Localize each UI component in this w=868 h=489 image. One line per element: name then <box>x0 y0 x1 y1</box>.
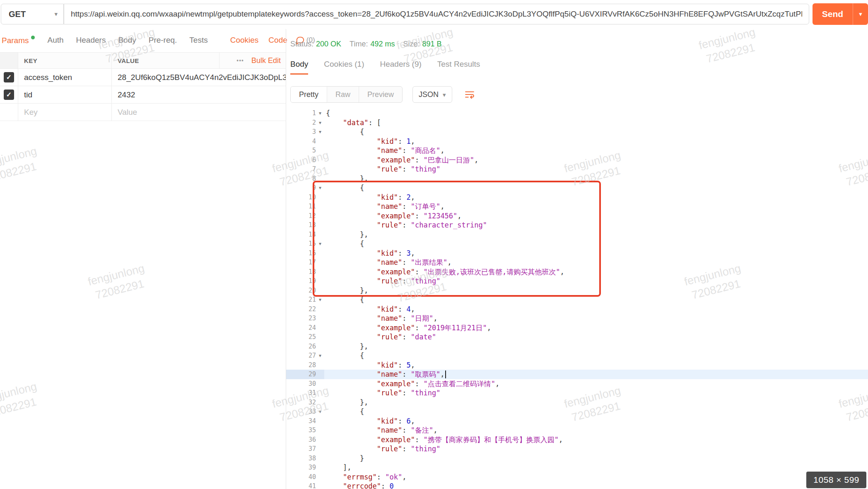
code-line[interactable]: 7 "rule": "thing" <box>286 165 868 174</box>
param-value-placeholder[interactable]: Value <box>112 104 286 121</box>
code-line[interactable]: 41 "errcode": 0 <box>286 482 868 489</box>
code-line[interactable]: 31 "rule": "thing" <box>286 388 868 398</box>
code-text[interactable]: "example": "123456", <box>324 211 462 221</box>
tab-response-headers[interactable]: Headers (9) <box>380 60 421 75</box>
code-text[interactable]: "rule": "date" <box>324 332 436 342</box>
code-text[interactable]: "example": "点击查看二维码详情", <box>324 379 499 389</box>
param-enabled-checkbox[interactable] <box>4 72 14 82</box>
code-text[interactable]: "rule": "thing" <box>324 388 440 398</box>
bulk-edit-link[interactable]: Bulk Edit <box>251 56 281 65</box>
code-text[interactable]: { <box>324 295 364 305</box>
code-text[interactable]: { <box>324 351 364 361</box>
code-line[interactable]: 28 "kid": 5, <box>286 361 868 370</box>
code-line[interactable]: 1▾{ <box>286 109 868 118</box>
fold-toggle-icon[interactable]: ▾ <box>316 407 324 416</box>
code-line[interactable]: 37 "rule": "thing" <box>286 444 868 454</box>
code-line[interactable]: 8 }, <box>286 174 868 184</box>
code-line[interactable]: 36 "example": "携带【商家券码】和【手机号】换票入园", <box>286 435 868 445</box>
code-line[interactable]: 35 "name": "备注", <box>286 426 868 435</box>
tab-response-cookies[interactable]: Cookies (1) <box>324 60 364 75</box>
code-line[interactable]: 34 "kid": 6, <box>286 416 868 426</box>
mode-preview-button[interactable]: Preview <box>359 87 402 102</box>
code-text[interactable]: }, <box>324 398 368 407</box>
code-text[interactable]: "data": [ <box>324 118 381 128</box>
code-line[interactable]: 9▾ { <box>286 183 868 193</box>
more-options-icon[interactable]: ••• <box>236 57 244 64</box>
code-line[interactable]: 26 }, <box>286 342 868 351</box>
code-text[interactable]: "name": "日期", <box>324 314 437 323</box>
code-line[interactable]: 21▾ { <box>286 295 868 305</box>
code-line[interactable]: 27▾ { <box>286 351 868 361</box>
code-text[interactable]: "example": "巴拿山一日游", <box>324 155 478 165</box>
param-value[interactable]: 28_2Uf6koQ1z5BV4uACY4n2vEdiJICJK3oDpL3YO… <box>112 69 286 86</box>
tab-auth[interactable]: Auth <box>47 36 63 45</box>
param-row-empty[interactable]: Key Value <box>0 104 286 121</box>
code-text[interactable]: "name": "出票结果", <box>324 258 451 267</box>
code-line[interactable]: 4 "kid": 1, <box>286 137 868 146</box>
code-line[interactable]: 10 "kid": 2, <box>286 193 868 202</box>
code-line[interactable]: 19 "rule": "thing" <box>286 276 868 286</box>
code-line[interactable]: 22 "kid": 4, <box>286 305 868 314</box>
param-value[interactable]: 2432 <box>112 86 286 103</box>
code-text[interactable]: "rule": "thing" <box>324 276 440 286</box>
code-line[interactable]: 17 "name": "出票结果", <box>286 258 868 267</box>
code-line[interactable]: 32 }, <box>286 398 868 407</box>
code-text[interactable]: { <box>324 183 364 193</box>
code-line[interactable]: 23 "name": "日期", <box>286 314 868 323</box>
code-line[interactable]: 15▾ { <box>286 239 868 249</box>
code-text[interactable]: { <box>324 127 364 137</box>
code-line[interactable]: 13 "rule": "character_string" <box>286 220 868 230</box>
tab-prerequest[interactable]: Pre-req. <box>149 36 177 45</box>
code-text[interactable]: }, <box>324 174 368 184</box>
cookies-link[interactable]: Cookies <box>230 36 259 45</box>
code-text[interactable]: "kid": 5, <box>324 361 415 370</box>
code-text[interactable]: "example": "2019年11月21日", <box>324 323 491 333</box>
code-link[interactable]: Code <box>268 36 287 45</box>
code-text[interactable]: "name": "取票码", <box>324 370 446 379</box>
param-enabled-checkbox[interactable] <box>4 90 14 100</box>
code-text[interactable]: "kid": 6, <box>324 416 415 426</box>
code-text[interactable]: } <box>324 454 364 463</box>
code-text[interactable]: "name": "订单号", <box>324 202 444 211</box>
fold-toggle-icon[interactable]: ▾ <box>316 183 324 193</box>
tab-body[interactable]: Body <box>118 36 136 45</box>
code-line[interactable]: 38 } <box>286 454 868 463</box>
param-key-placeholder[interactable]: Key <box>18 104 112 121</box>
code-line[interactable]: 3▾ { <box>286 127 868 137</box>
code-text[interactable]: { <box>324 407 364 416</box>
code-text[interactable]: }, <box>324 342 368 351</box>
code-line[interactable]: 25 "rule": "date" <box>286 332 868 342</box>
tab-tests[interactable]: Tests <box>189 36 207 45</box>
code-line[interactable]: 6 "example": "巴拿山一日游", <box>286 155 868 165</box>
code-text[interactable]: }, <box>324 230 368 240</box>
code-text[interactable]: "kid": 1, <box>324 137 415 146</box>
code-line[interactable]: 16 "kid": 3, <box>286 249 868 258</box>
code-line[interactable]: 24 "example": "2019年11月21日", <box>286 323 868 333</box>
code-line[interactable]: 30 "example": "点击查看二维码详情", <box>286 379 868 389</box>
send-button[interactable]: Send <box>813 3 853 25</box>
code-text[interactable]: "kid": 4, <box>324 305 415 314</box>
code-text[interactable]: }, <box>324 286 368 295</box>
method-select[interactable]: GET <box>1 4 64 24</box>
code-text[interactable]: "errcode": 0 <box>324 482 394 489</box>
param-row[interactable]: tid 2432 <box>0 86 286 104</box>
mode-pretty-button[interactable]: Pretty <box>291 87 327 102</box>
code-line[interactable]: 39 ], <box>286 463 868 472</box>
code-line[interactable]: 40 "errmsg": "ok", <box>286 472 868 482</box>
code-line[interactable]: 11 "name": "订单号", <box>286 202 868 211</box>
code-text[interactable]: { <box>324 109 330 118</box>
param-key[interactable]: access_token <box>18 69 112 86</box>
tab-params[interactable]: Params <box>2 36 35 45</box>
tab-headers[interactable]: Headers <box>76 36 106 45</box>
fold-toggle-icon[interactable]: ▾ <box>316 109 324 118</box>
response-body-viewer[interactable]: 1▾{2▾ "data": [3▾ {4 "kid": 1,5 "name": … <box>286 109 868 489</box>
code-text[interactable]: "name": "备注", <box>324 426 437 435</box>
code-text[interactable]: "kid": 3, <box>324 249 415 258</box>
code-line[interactable]: 5 "name": "商品名", <box>286 146 868 155</box>
code-text[interactable]: "rule": "character_string" <box>324 220 487 230</box>
fold-toggle-icon[interactable]: ▾ <box>316 118 324 128</box>
tab-response-body[interactable]: Body <box>290 60 308 75</box>
code-line[interactable]: 20 }, <box>286 286 868 295</box>
tab-test-results[interactable]: Test Results <box>437 60 480 75</box>
mode-raw-button[interactable]: Raw <box>327 87 359 102</box>
